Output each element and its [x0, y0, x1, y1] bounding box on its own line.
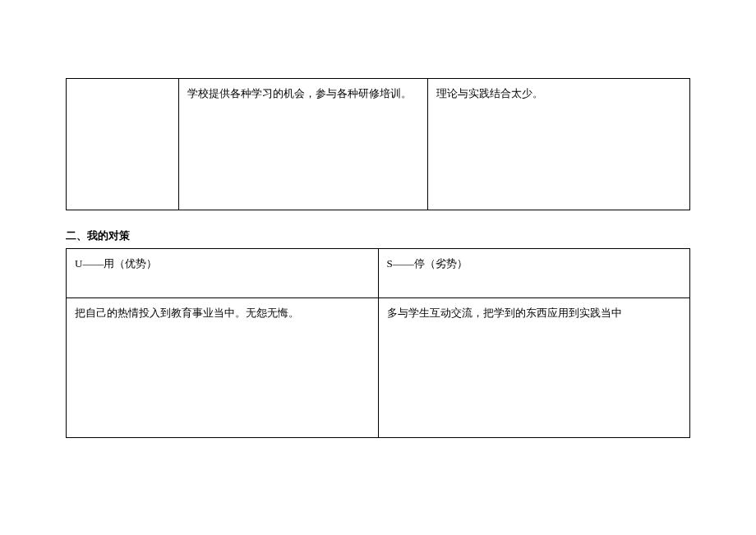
- table-row: 学校提供各种学习的机会，参与各种研修培训。 理论与实践结合太少。: [67, 79, 690, 210]
- table-header-row: U——用（优势） S——停（劣势）: [67, 249, 690, 298]
- table-cell-threat: 理论与实践结合太少。: [428, 79, 690, 210]
- table-content-row: 把自己的热情投入到教育事业当中。无怨无悔。 多与学生互动交流，把学到的东西应用到…: [67, 298, 690, 438]
- strategy-table: U——用（优势） S——停（劣势） 把自己的热情投入到教育事业当中。无怨无悔。 …: [66, 248, 690, 438]
- table-cell-opportunity: 学校提供各种学习的机会，参与各种研修培训。: [178, 79, 428, 210]
- header-stop-weakness: S——停（劣势）: [378, 249, 690, 298]
- section-heading: 二、我的对策: [66, 228, 690, 243]
- table-cell-label: [67, 79, 179, 210]
- document-page: 学校提供各种学习的机会，参与各种研修培训。 理论与实践结合太少。 二、我的对策 …: [0, 78, 756, 438]
- content-stop-weakness: 多与学生互动交流，把学到的东西应用到实践当中: [378, 298, 690, 438]
- header-use-strength: U——用（优势）: [67, 249, 379, 298]
- swot-upper-table: 学校提供各种学习的机会，参与各种研修培训。 理论与实践结合太少。: [66, 78, 690, 210]
- content-use-strength: 把自己的热情投入到教育事业当中。无怨无悔。: [67, 298, 379, 438]
